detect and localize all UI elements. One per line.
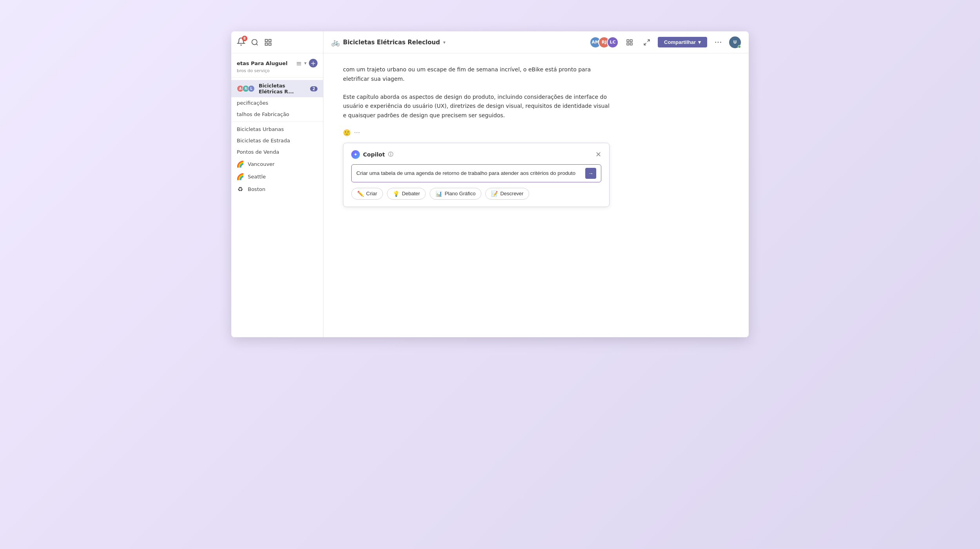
document-paragraph-2: Este capítulo aborda os aspectos de desi…	[343, 93, 729, 120]
copilot-panel: ✦ Copilot ⓘ ✕ → ✏️ Criar 💡	[343, 143, 610, 207]
copilot-descrever-button[interactable]: 📝 Descrever	[485, 188, 529, 200]
share-button[interactable]: Compartilhar ▾	[658, 37, 707, 47]
svg-rect-8	[627, 43, 629, 45]
criar-label: Criar	[366, 191, 377, 196]
svg-rect-6	[630, 40, 632, 42]
svg-line-10	[644, 43, 646, 45]
svg-point-0	[252, 39, 257, 44]
copilot-plano-button[interactable]: 📊 Plano Gráfico	[430, 188, 481, 200]
plano-label: Plano Gráfico	[445, 191, 475, 196]
avatar-3: LC	[607, 36, 619, 48]
reactions-bar: 🙂 ···	[343, 129, 729, 136]
apps-button[interactable]	[623, 36, 636, 49]
channel-item-urbanas[interactable]: Bicicletas Urbanas	[231, 124, 323, 135]
channel-item-detalhes[interactable]: talhos de Fabricação	[231, 109, 323, 120]
copilot-header: ✦ Copilot ⓘ ✕	[351, 150, 601, 159]
copilot-close-button[interactable]: ✕	[595, 151, 601, 158]
descrever-label: Descrever	[500, 191, 523, 196]
top-bar: 🚲 Bicicletas Elétricas Relecloud ▾ AM RJ…	[323, 31, 749, 53]
channel-name-label: Bicicletas de Estrada	[237, 138, 290, 144]
layout-button[interactable]	[264, 38, 272, 46]
seattle-icon: 🌈	[237, 173, 244, 180]
svg-line-9	[648, 40, 650, 42]
channel-name-label: Boston	[248, 186, 265, 192]
copilot-info-icon[interactable]: ⓘ	[388, 151, 393, 158]
copilot-title-text: Copilot	[363, 151, 385, 158]
message-more-button[interactable]: ···	[354, 129, 360, 136]
channel-item-especificacoes[interactable]: pecificações	[231, 97, 323, 109]
channel-name-label: talhos de Fabricação	[237, 111, 289, 117]
avatar-group: AM RJ LC	[590, 36, 619, 48]
workspace-controls: ≡ ▾ +	[296, 59, 318, 67]
sidebar-top-bar: 8	[231, 31, 323, 53]
boston-icon: ♻️	[237, 185, 244, 193]
vancouver-icon: 🌈	[237, 160, 244, 167]
svg-rect-4	[265, 43, 268, 45]
channel-divider	[231, 122, 323, 122]
channel-name-label: Seattle	[248, 174, 266, 180]
workspace-menu-icon[interactable]: ≡	[296, 59, 302, 67]
copilot-send-button[interactable]: →	[585, 168, 596, 179]
copilot-criar-button[interactable]: ✏️ Criar	[351, 188, 383, 200]
document-area: com um trajeto urbano ou um escape de fi…	[323, 53, 749, 337]
search-button[interactable]	[251, 38, 259, 46]
copilot-actions: ✏️ Criar 💡 Debater 📊 Plano Gráfico 📝 Des…	[351, 188, 601, 200]
copilot-input-row: →	[351, 164, 601, 182]
doc-text-2: Este capítulo aborda os aspectos de desi…	[343, 93, 610, 120]
channel-name-label: Pontos de Venda	[237, 149, 279, 155]
debater-icon: 💡	[393, 191, 399, 197]
channel-avatars: A R L	[237, 85, 255, 92]
online-indicator	[738, 45, 741, 48]
copilot-input-field[interactable]	[356, 170, 582, 176]
channel-name-label: Bicicletas Elétricas R...	[259, 83, 306, 95]
app-container: 8 etas Para Aluguel ≡ ▾ +	[231, 31, 749, 337]
top-bar-right: AM RJ LC Comparti	[590, 36, 741, 49]
svg-rect-3	[269, 43, 271, 45]
notification-badge: 8	[242, 36, 247, 41]
channel-item-estrada[interactable]: Bicicletas de Estrada	[231, 135, 323, 146]
main-content: 🚲 Bicicletas Elétricas Relecloud ▾ AM RJ…	[323, 31, 749, 337]
notification-button[interactable]: 8	[237, 37, 245, 47]
channel-item-vancouver[interactable]: 🌈 Vancouver	[231, 158, 323, 170]
criar-icon: ✏️	[357, 191, 364, 197]
channel-name-label: Bicicletas Urbanas	[237, 126, 284, 132]
channel-item-seattle[interactable]: 🌈 Seattle	[231, 170, 323, 183]
user-avatar[interactable]: U	[729, 36, 741, 48]
workspace-section: etas Para Aluguel ≡ ▾ + bros do serviço	[231, 53, 323, 78]
workspace-subtitle: bros do serviço	[237, 68, 318, 73]
copilot-logo: ✦	[351, 150, 360, 159]
channel-name-label: pecificações	[237, 100, 268, 106]
bike-icon: 🚲	[331, 38, 340, 46]
document-paragraph-1: com um trajeto urbano ou um escape de fi…	[343, 65, 729, 84]
channel-name-label: Vancouver	[248, 161, 274, 167]
svg-rect-7	[630, 43, 632, 45]
sidebar: 8 etas Para Aluguel ≡ ▾ +	[231, 31, 323, 337]
copilot-debater-button[interactable]: 💡 Debater	[387, 188, 426, 200]
channel-badge: 2	[310, 86, 318, 91]
channel-item-bicicletas[interactable]: A R L Bicicletas Elétricas R... 2	[231, 80, 323, 97]
workspace-title: etas Para Aluguel	[237, 60, 287, 66]
descrever-icon: 📝	[491, 191, 498, 197]
copilot-title-group: ✦ Copilot ⓘ	[351, 150, 393, 159]
share-dropdown-icon: ▾	[698, 39, 701, 45]
channel-title: Bicicletas Elétricas Relecloud	[343, 39, 440, 46]
plano-icon: 📊	[436, 191, 442, 197]
channel-list: A R L Bicicletas Elétricas R... 2 pecifi…	[231, 78, 323, 337]
svg-rect-2	[269, 39, 271, 42]
expand-button[interactable]	[641, 36, 653, 49]
svg-rect-1	[265, 39, 268, 42]
chevron-down-icon[interactable]: ▾	[304, 60, 307, 66]
more-options-button[interactable]: ···	[712, 36, 724, 49]
channel-item-boston[interactable]: ♻️ Boston	[231, 183, 323, 195]
reaction-emoji-button[interactable]: 🙂	[343, 129, 351, 136]
share-label: Compartilhar	[664, 39, 696, 45]
channel-name-header: 🚲 Bicicletas Elétricas Relecloud ▾	[331, 38, 583, 46]
debater-label: Debater	[402, 191, 420, 196]
channel-dropdown-arrow[interactable]: ▾	[443, 40, 446, 45]
mini-avatar: L	[248, 85, 255, 92]
svg-rect-5	[627, 40, 629, 42]
channel-item-pontos[interactable]: Pontos de Venda	[231, 146, 323, 158]
doc-text-1: com um trajeto urbano ou um escape de fi…	[343, 65, 610, 84]
add-channel-button[interactable]: +	[309, 59, 318, 67]
